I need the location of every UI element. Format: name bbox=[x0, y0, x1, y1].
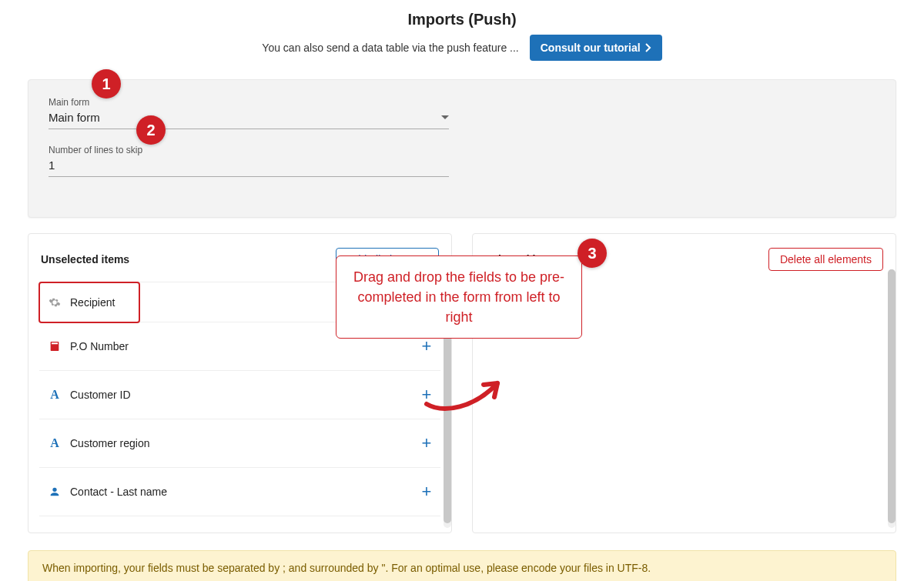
calculator-icon bbox=[44, 340, 65, 352]
add-item-plus-icon[interactable]: + bbox=[417, 433, 436, 453]
main-form-field: Main form Main form bbox=[49, 97, 449, 129]
list-item-label: Recipient bbox=[65, 296, 135, 309]
page-title: Imports (Push) bbox=[0, 11, 924, 28]
text-a-icon: A bbox=[44, 436, 65, 450]
callout-badge-3: 3 bbox=[578, 239, 607, 268]
consult-tutorial-button[interactable]: Consult our tutorial bbox=[530, 35, 662, 61]
callout-badge-1: 1 bbox=[92, 69, 121, 99]
lines-skip-label: Number of lines to skip bbox=[49, 145, 449, 155]
add-item-plus-icon[interactable]: + bbox=[417, 482, 436, 502]
main-form-label: Main form bbox=[49, 97, 449, 108]
delete-all-button[interactable]: Delete all elements bbox=[768, 248, 883, 271]
main-form-value: Main form bbox=[49, 111, 100, 124]
add-item-plus-icon[interactable]: + bbox=[417, 336, 436, 356]
settings-panel: Main form Main form Number of lines to s… bbox=[28, 79, 896, 218]
callout-instruction: Drag and drop the fields to be pre-compl… bbox=[336, 255, 582, 339]
chevron-right-icon bbox=[645, 43, 651, 52]
list-item-label: Contact - Last name bbox=[65, 486, 417, 498]
list-item[interactable]: A Customer region + bbox=[39, 419, 440, 468]
list-item[interactable]: A Customer ID + bbox=[39, 371, 440, 419]
scrollbar-thumb[interactable] bbox=[888, 269, 896, 523]
lines-skip-value: 1 bbox=[49, 159, 55, 172]
chevron-down-icon bbox=[441, 115, 449, 119]
page-subtitle: You can also send a data table via the p… bbox=[262, 42, 518, 54]
import-warning: When importing, your fields must be sepa… bbox=[28, 550, 896, 581]
scrollbar[interactable] bbox=[888, 269, 896, 528]
consult-tutorial-label: Consult our tutorial bbox=[541, 42, 641, 54]
list-item-label: P.O Number bbox=[65, 340, 417, 352]
list-item[interactable]: Recipient bbox=[39, 282, 139, 322]
main-form-select[interactable]: Main form bbox=[49, 108, 449, 129]
text-a-icon: A bbox=[44, 388, 65, 402]
page-header: Imports (Push) You can also send a data … bbox=[0, 0, 924, 61]
user-icon bbox=[44, 486, 65, 498]
list-item-label: Customer region bbox=[65, 437, 417, 449]
list-item-label: Customer ID bbox=[65, 389, 417, 401]
lines-skip-input[interactable]: 1 bbox=[49, 155, 449, 177]
header-row: You can also send a data table via the p… bbox=[0, 35, 924, 61]
callout-arrow-icon bbox=[420, 369, 513, 416]
lines-skip-field: Number of lines to skip 1 bbox=[49, 145, 449, 177]
gear-icon bbox=[44, 296, 65, 309]
list-item[interactable]: Contact - Last name + bbox=[39, 468, 440, 516]
unselected-title: Unselected items bbox=[41, 253, 129, 265]
callout-badge-2: 2 bbox=[136, 115, 166, 145]
